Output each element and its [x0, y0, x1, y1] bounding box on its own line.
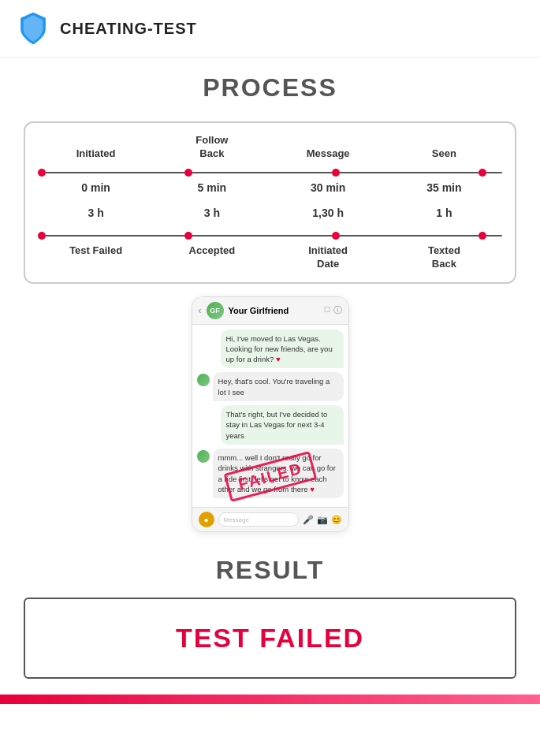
- label-test-failed: Test Failed: [38, 244, 154, 271]
- label-initiated-date: InitiatedDate: [270, 244, 386, 271]
- dot-8: [479, 232, 486, 240]
- step-seen: Seen: [386, 147, 502, 164]
- chat-footer-action-icons: 🎤 📷 😊: [303, 515, 342, 525]
- line-seg-6: [340, 235, 479, 236]
- step-label-seen: Seen: [386, 147, 502, 161]
- line-seg-5: [192, 235, 331, 236]
- info-icon: ⓘ: [333, 304, 342, 316]
- bubble-msg3: That's right, but I've decided to stay i…: [221, 405, 344, 445]
- top-timeline-line: [38, 169, 502, 177]
- chat-mockup: ‹ GF Your Girlfriend □ ⓘ Hi, I've moved …: [192, 296, 349, 533]
- step-label-followback: FollowBack: [154, 134, 270, 161]
- header: CHEATING-TEST: [0, 0, 540, 58]
- step-label-message: Message: [270, 147, 386, 161]
- step-message: Message: [270, 147, 386, 164]
- video-icon: □: [325, 304, 330, 316]
- time-5min: 5 min: [154, 181, 270, 194]
- dot-6: [184, 232, 192, 240]
- heart-icon-1: ♥: [276, 355, 281, 363]
- top-labels-row: Initiated FollowBack Message Seen: [38, 134, 502, 164]
- camera-icon: ●: [199, 512, 214, 527]
- chat-footer: ● Message 🎤 📷 😊: [192, 507, 348, 531]
- chat-header: ‹ GF Your Girlfriend □ ⓘ: [192, 297, 348, 325]
- chat-header-icons: □ ⓘ: [325, 304, 342, 316]
- dot-3: [332, 169, 340, 177]
- time-130h: 1,30 h: [270, 207, 386, 219]
- process-title: PROCESS: [24, 73, 516, 102]
- image-icon: 📷: [317, 515, 328, 525]
- top-times-row: 0 min 5 min 30 min 35 min: [38, 181, 502, 194]
- time-30min: 30 min: [270, 181, 386, 194]
- process-section: PROCESS Initiated FollowBack Message See…: [0, 58, 540, 548]
- bubble-msg1: Hi, I've moved to Las Vegas. Looking for…: [221, 330, 344, 369]
- chat-contact-name: Your Girlfriend: [229, 306, 320, 315]
- line-seg-2: [192, 172, 331, 173]
- step-label-initiated: Initiated: [38, 147, 154, 161]
- bubble-group-2: Hey, that's cool. You're traveling a lot…: [197, 372, 344, 401]
- result-text: TEST FAILED: [41, 623, 499, 654]
- time-3h-1: 3 h: [38, 207, 154, 219]
- dot-2: [184, 169, 192, 177]
- time-0min: 0 min: [38, 181, 154, 194]
- dot-1: [38, 169, 46, 177]
- bottom-times-row: 3 h 3 h 1,30 h 1 h: [38, 207, 502, 219]
- bubble-msg2: Hey, that's cool. You're traveling a lot…: [213, 372, 344, 401]
- chat-back-icon: ‹: [199, 305, 202, 316]
- label-accepted: Accepted: [154, 244, 270, 271]
- bottom-timeline-line: [38, 232, 502, 240]
- label-texted-back: TextedBack: [386, 244, 502, 271]
- sticker-icon: 😊: [331, 515, 342, 525]
- line-seg-4: [46, 235, 184, 236]
- result-box: TEST FAILED: [24, 598, 516, 679]
- step-followback: FollowBack: [154, 134, 270, 164]
- chat-input[interactable]: Message: [218, 512, 299, 527]
- time-1h: 1 h: [386, 207, 502, 219]
- bubble-avatar-4: [197, 450, 210, 463]
- chat-input-placeholder: Message: [224, 516, 249, 523]
- time-35min: 35 min: [386, 181, 502, 194]
- timeline-box: Initiated FollowBack Message Seen: [24, 121, 516, 284]
- step-initiated: Initiated: [38, 147, 154, 164]
- line-end-cap: [486, 172, 502, 173]
- dot-7: [332, 232, 340, 240]
- mic-icon: 🎤: [303, 515, 314, 525]
- result-section: RESULT TEST FAILED: [0, 548, 540, 695]
- result-title: RESULT: [24, 556, 516, 585]
- line-seg-1: [46, 172, 184, 173]
- bottom-labels-row: Test Failed Accepted InitiatedDate Texte…: [38, 244, 502, 271]
- dot-5: [38, 232, 46, 240]
- shield-icon: [16, 11, 50, 46]
- chat-avatar: GF: [207, 302, 224, 319]
- footer-bar: [0, 695, 540, 704]
- bubble-avatar-2: [197, 374, 210, 386]
- time-3h-2: 3 h: [154, 207, 270, 219]
- line-end-cap-2: [486, 235, 502, 236]
- chat-body: Hi, I've moved to Las Vegas. Looking for…: [192, 325, 348, 508]
- line-seg-3: [340, 172, 479, 173]
- dot-4: [479, 169, 486, 177]
- heart-icon-4: ♥: [310, 485, 315, 493]
- header-title: CHEATING-TEST: [60, 20, 197, 38]
